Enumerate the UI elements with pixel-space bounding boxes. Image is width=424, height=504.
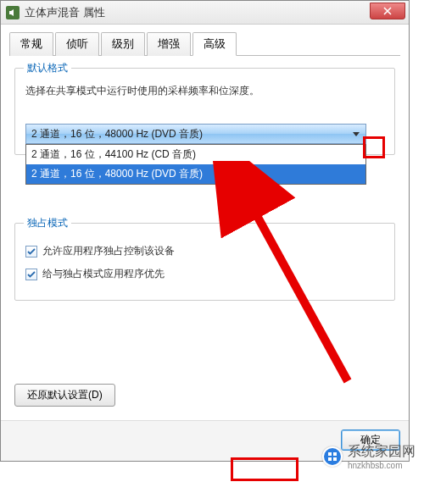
tab-levels[interactable]: 级别 xyxy=(101,32,145,56)
watermark-logo-icon xyxy=(322,446,343,467)
restore-defaults-button[interactable]: 还原默认设置(D) xyxy=(14,384,115,407)
svg-rect-2 xyxy=(333,452,337,456)
default-format-group: 默认格式 选择在共享模式中运行时使用的采样频率和位深度。 2 通道，16 位，4… xyxy=(14,68,395,155)
tab-enhance[interactable]: 增强 xyxy=(147,32,191,56)
dropdown-option-1[interactable]: 2 通道，16 位，48000 Hz (DVD 音质) xyxy=(26,164,365,184)
format-combo-wrap: 2 通道，16 位，48000 Hz (DVD 音质) 2 通道，16 位，44… xyxy=(25,124,366,144)
tab-listen[interactable]: 侦听 xyxy=(55,32,99,56)
body: 常规 侦听 级别 增强 高级 默认格式 选择在共享模式中运行时使用的采样频率和位… xyxy=(1,25,409,420)
chevron-down-icon xyxy=(353,132,360,136)
tab-advanced[interactable]: 高级 xyxy=(192,32,237,56)
watermark-url: hnzkhbsb.com xyxy=(348,461,416,470)
dropdown-option-0[interactable]: 2 通道，16 位，44100 Hz (CD 音质) xyxy=(26,145,365,164)
group-title-default: 默认格式 xyxy=(24,61,71,75)
default-format-desc: 选择在共享模式中运行时使用的采样频率和位深度。 xyxy=(25,84,384,98)
svg-rect-1 xyxy=(328,452,332,456)
chk-label-1: 允许应用程序独占控制该设备 xyxy=(42,244,175,258)
combo-arrow-zone[interactable] xyxy=(347,125,365,143)
titlebar: 立体声混音 属性 xyxy=(1,1,409,25)
group-title-exclusive: 独占模式 xyxy=(24,216,71,230)
chk-row-2: 给与独占模式应用程序优先 xyxy=(25,267,384,281)
chk-row-1: 允许应用程序独占控制该设备 xyxy=(25,244,384,258)
checkbox-allow-exclusive[interactable] xyxy=(25,246,37,258)
close-button[interactable] xyxy=(370,3,405,19)
exclusive-mode-group: 独占模式 允许应用程序独占控制该设备 给与独占模式应用程序优先 xyxy=(14,223,395,301)
format-dropdown: 2 通道，16 位，44100 Hz (CD 音质) 2 通道，16 位，480… xyxy=(25,144,366,185)
format-combobox[interactable]: 2 通道，16 位，48000 Hz (DVD 音质) xyxy=(25,124,366,144)
tab-general[interactable]: 常规 xyxy=(9,32,53,56)
watermark-text: 系统家园网 xyxy=(348,444,416,458)
checkbox-exclusive-priority[interactable] xyxy=(25,269,37,280)
properties-window: 立体声混音 属性 常规 侦听 级别 增强 高级 默认格式 选择在共享模式中运行时… xyxy=(0,0,410,462)
svg-rect-4 xyxy=(333,457,337,461)
svg-rect-3 xyxy=(328,457,332,461)
chk-label-2: 给与独占模式应用程序优先 xyxy=(42,267,165,281)
watermark: 系统家园网 hnzkhbsb.com xyxy=(322,443,416,470)
tab-strip: 常规 侦听 级别 增强 高级 xyxy=(9,31,400,56)
combo-value: 2 通道，16 位，48000 Hz (DVD 音质) xyxy=(31,127,203,141)
sound-icon xyxy=(6,6,20,19)
window-title: 立体声混音 属性 xyxy=(25,5,105,20)
tab-content: 默认格式 选择在共享模式中运行时使用的采样频率和位深度。 2 通道，16 位，4… xyxy=(9,56,400,412)
watermark-text-wrap: 系统家园网 hnzkhbsb.com xyxy=(348,443,416,470)
